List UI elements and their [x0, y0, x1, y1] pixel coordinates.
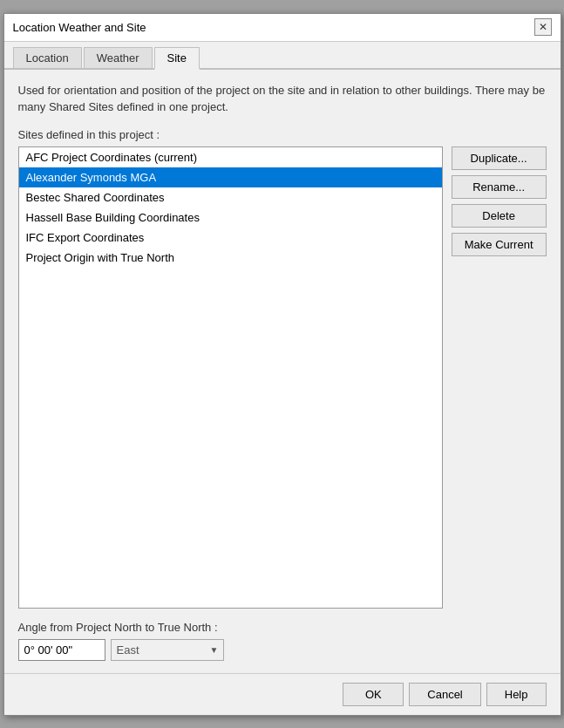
rename-button[interactable]: Rename... — [452, 175, 547, 199]
title-bar: Location Weather and Site ✕ — [4, 14, 561, 42]
tab-weather[interactable]: Weather — [84, 47, 153, 68]
tabs-container: Location Weather Site — [4, 42, 561, 70]
ok-button[interactable]: OK — [343, 683, 404, 706]
tab-content: Used for orientation and position of the… — [4, 70, 561, 673]
direction-select-wrapper: East West — [111, 639, 224, 661]
side-buttons-panel: Duplicate... Rename... Delete Make Curre… — [452, 146, 547, 609]
sites-label: Sites defined in this project : — [18, 128, 547, 141]
help-button[interactable]: Help — [486, 683, 547, 706]
tab-site[interactable]: Site — [154, 47, 200, 70]
list-item[interactable]: IFC Export Coordinates — [19, 228, 442, 248]
delete-button[interactable]: Delete — [452, 204, 547, 228]
footer-buttons: OK Cancel Help — [4, 673, 561, 715]
cancel-button[interactable]: Cancel — [409, 683, 480, 706]
close-button[interactable]: ✕ — [534, 18, 552, 36]
angle-section: Angle from Project North to True North :… — [18, 621, 547, 661]
description-text: Used for orientation and position of the… — [18, 82, 547, 116]
angle-inputs: East West — [18, 639, 547, 661]
dialog-window: Location Weather and Site ✕ Location Wea… — [3, 13, 561, 716]
list-item[interactable]: AFC Project Coordinates (current) — [19, 147, 442, 167]
duplicate-button[interactable]: Duplicate... — [452, 146, 547, 170]
tab-location[interactable]: Location — [13, 47, 82, 68]
list-item[interactable]: Bestec Shared Coordinates — [19, 187, 442, 208]
angle-input[interactable] — [18, 639, 105, 661]
list-item[interactable]: Alexander Symonds MGA — [19, 167, 442, 187]
dialog-title: Location Weather and Site — [13, 21, 146, 34]
list-item[interactable]: Project Origin with True North — [19, 248, 442, 268]
main-area: AFC Project Coordinates (current) Alexan… — [18, 146, 547, 609]
direction-select[interactable]: East West — [111, 639, 224, 661]
list-item[interactable]: Hassell Base Building Coordinates — [19, 208, 442, 228]
make-current-button[interactable]: Make Current — [452, 233, 547, 256]
angle-label: Angle from Project North to True North : — [18, 621, 547, 634]
sites-list[interactable]: AFC Project Coordinates (current) Alexan… — [18, 146, 443, 609]
